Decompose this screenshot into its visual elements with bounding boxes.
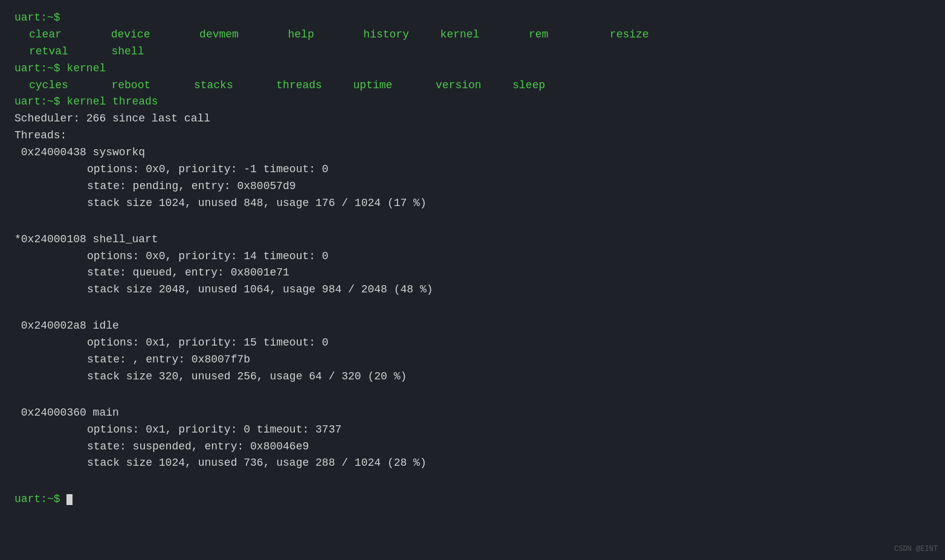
- cmd-kernel[interactable]: kernel: [440, 28, 480, 40]
- line-1: uart:~$: [15, 10, 930, 27]
- kcmd-stacks[interactable]: stacks: [194, 79, 233, 91]
- subcommands-row-1: clear device devmem help history kernel …: [15, 27, 930, 43]
- cmd-history[interactable]: history: [363, 28, 409, 40]
- kcmd-uptime[interactable]: uptime: [353, 79, 393, 91]
- cmd-shell[interactable]: shell: [111, 45, 144, 57]
- cmd-device[interactable]: device: [111, 28, 150, 40]
- thread-sysworkq: 0x24000438 sysworkq options: 0x0, priori…: [15, 144, 930, 212]
- cursor: [66, 494, 73, 505]
- blank-4: [15, 486, 930, 491]
- kcmd-reboot[interactable]: reboot: [111, 79, 150, 91]
- thread-idle-stack: stack size 320, unused 256, usage 64 / 3…: [15, 369, 930, 385]
- terminal-window: uart:~$ clear device devmem help history…: [15, 10, 930, 508]
- watermark: CSDN @EINT: [894, 544, 938, 555]
- thread-shell-uart-state: state: queued, entry: 0x8001e71: [15, 265, 930, 282]
- subcommands-row-2: retval shell: [15, 43, 930, 60]
- blank-2: [15, 313, 930, 318]
- thread-shell-uart-stack: stack size 2048, unused 1064, usage 984 …: [15, 282, 930, 298]
- thread-idle: 0x240002a8 idle options: 0x1, priority: …: [15, 318, 930, 385]
- final-prompt-line: uart:~$: [15, 491, 930, 508]
- blank-1: [15, 227, 930, 231]
- kernel-subcommands: cycles reboot stacks threads uptime vers…: [15, 77, 930, 94]
- thread-main-stack: stack size 1024, unused 736, usage 288 /…: [15, 455, 930, 472]
- cmd-resize[interactable]: resize: [610, 28, 649, 40]
- kcmd-threads[interactable]: threads: [276, 79, 322, 91]
- thread-sysworkq-state: state: pending, entry: 0x80057d9: [15, 178, 930, 195]
- cmd-kernel-typed: kernel: [66, 62, 106, 74]
- kcmd-version[interactable]: version: [436, 79, 482, 91]
- prompt-kthreads: uart:~$: [15, 95, 60, 108]
- kcmd-sleep[interactable]: sleep: [512, 79, 545, 91]
- scheduler-line: Scheduler: 266 since last call: [15, 111, 930, 127]
- threads-label: Threads:: [15, 127, 930, 144]
- prompt-1: uart:~$: [15, 11, 60, 24]
- thread-sysworkq-stack: stack size 1024, unused 848, usage 176 /…: [15, 195, 930, 212]
- cmd-help[interactable]: help: [288, 28, 314, 40]
- thread-shell-uart-options: options: 0x0, priority: 14 timeout: 0: [15, 248, 930, 265]
- prompt-kernel: uart:~$: [15, 62, 60, 74]
- cmd-retval[interactable]: retval: [29, 45, 68, 57]
- thread-idle-options: options: 0x1, priority: 15 timeout: 0: [15, 335, 930, 352]
- cmd-devmem[interactable]: devmem: [199, 28, 239, 40]
- thread-shell-uart: *0x24000108 shell_uart options: 0x0, pri…: [15, 231, 930, 299]
- thread-main: 0x24000360 main options: 0x1, priority: …: [15, 405, 930, 472]
- line-kernel-threads: uart:~$ kernel threads: [15, 94, 930, 111]
- thread-idle-state: state: , entry: 0x8007f7b: [15, 352, 930, 369]
- cmd-kernel-threads: kernel threads: [66, 95, 158, 108]
- thread-sysworkq-header: 0x24000438 sysworkq: [15, 144, 930, 161]
- thread-main-state: state: suspended, entry: 0x80046e9: [15, 439, 930, 455]
- thread-main-header: 0x24000360 main: [15, 405, 930, 422]
- final-prompt: uart:~$: [15, 493, 60, 505]
- cmd-rem[interactable]: rem: [529, 28, 548, 40]
- kcmd-cycles[interactable]: cycles: [29, 79, 68, 91]
- line-kernel: uart:~$ kernel: [15, 60, 930, 77]
- thread-idle-header: 0x240002a8 idle: [15, 318, 930, 335]
- thread-sysworkq-options: options: 0x0, priority: -1 timeout: 0: [15, 161, 930, 178]
- cmd-clear[interactable]: clear: [29, 28, 62, 40]
- blank-3: [15, 400, 930, 405]
- thread-main-options: options: 0x1, priority: 0 timeout: 3737: [15, 422, 930, 439]
- thread-shell-uart-header: *0x24000108 shell_uart: [15, 231, 930, 248]
